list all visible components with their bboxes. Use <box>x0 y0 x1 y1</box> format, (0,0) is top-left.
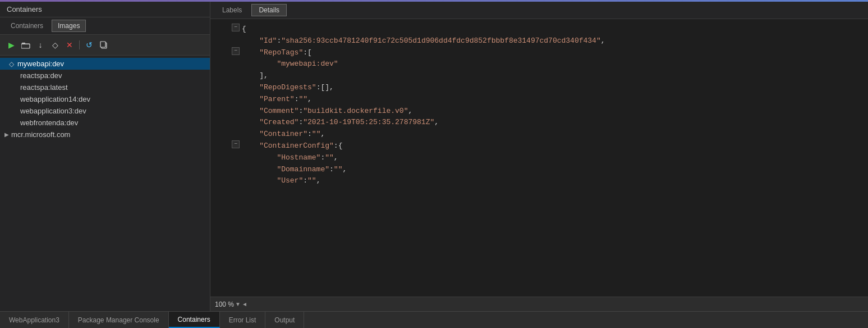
refresh-button[interactable]: ↺ <box>82 38 96 52</box>
json-content: − { "Id" : "sha256:93ccb4781240f91c72c50… <box>210 19 868 297</box>
svg-rect-3 <box>100 42 105 47</box>
zoom-level: 100 % <box>215 300 234 308</box>
bottom-tab-webapplication3[interactable]: WebApplication3 <box>0 312 69 328</box>
svg-rect-0 <box>22 43 25 44</box>
json-line-7: "Parent" : "" , <box>210 94 868 106</box>
collapse-btn-11[interactable]: − <box>232 140 240 148</box>
delete-button[interactable]: ✕ <box>63 38 76 52</box>
image-item-mywebapi-dev[interactable]: ◇ mywebapi:dev <box>0 58 210 70</box>
tab-labels[interactable]: Labels <box>215 4 249 16</box>
expandable-label: mcr.microsoft.com <box>11 130 70 139</box>
json-line-9: "Created" : "2021-10-19T05:25:35.2787981… <box>210 117 868 129</box>
zoom-dropdown-arrow[interactable]: ▼ <box>235 301 241 307</box>
panel-title: Containers <box>0 2 210 17</box>
left-panel: Containers Containers Images ▶ ↓ ◇ ✕ ↺ ◇… <box>0 2 210 311</box>
image-label: reactspa:latest <box>20 83 68 92</box>
copy-button[interactable] <box>97 38 111 52</box>
json-line-14: "User" : "" , <box>210 175 868 187</box>
expandable-mcr-microsoft[interactable]: ▶ mcr.microsoft.com <box>0 129 210 140</box>
json-line-3: − "RepoTags" : [ <box>210 47 868 59</box>
play-button[interactable]: ▶ <box>4 38 18 52</box>
image-label: webapplication3:dev <box>20 107 86 115</box>
collapse-btn-3[interactable]: − <box>232 47 240 55</box>
image-item-webapplication3-dev[interactable]: webapplication3:dev <box>0 105 210 117</box>
download-button[interactable]: ↓ <box>34 38 47 52</box>
image-label: mywebapi:dev <box>17 60 64 68</box>
bottom-tab-output[interactable]: Output <box>265 312 304 328</box>
json-line-6: "RepoDigests" : [] , <box>210 82 868 94</box>
json-line-8: "Comment" : "buildkit.dockerfile.v0" , <box>210 106 868 117</box>
json-line-13: "Domainname" : "" , <box>210 164 868 176</box>
image-label: webapplication14:dev <box>20 95 90 103</box>
image-item-reactspa-latest[interactable]: reactspa:latest <box>0 81 210 93</box>
json-line-11: − "ContainerConfig" : { <box>210 140 868 152</box>
image-list: ◇ mywebapi:dev reactspa:dev reactspa:lat… <box>0 56 210 311</box>
main-content: Containers Containers Images ▶ ↓ ◇ ✕ ↺ ◇… <box>0 2 868 311</box>
tab-containers[interactable]: Containers <box>4 20 49 32</box>
image-item-reactspa-dev[interactable]: reactspa:dev <box>0 70 210 81</box>
json-line-10: "Container" : "" , <box>210 129 868 140</box>
image-label: reactspa:dev <box>20 71 62 80</box>
json-line-2: "Id" : "sha256:93ccb4781240f91c72c505d1d… <box>210 35 868 47</box>
image-item-webapplication14-dev[interactable]: webapplication14:dev <box>0 93 210 105</box>
bottom-tab-containers[interactable]: Containers <box>169 312 220 328</box>
bottom-tab-error-list[interactable]: Error List <box>220 312 266 328</box>
svg-rect-1 <box>21 44 30 48</box>
tab-images[interactable]: Images <box>52 20 86 32</box>
scroll-left-btn[interactable]: ◄ <box>242 301 247 307</box>
status-bar: 100 % ▼ ◄ <box>210 297 868 311</box>
tab-details[interactable]: Details <box>251 4 287 16</box>
bottom-tab-package-manager[interactable]: Package Manager Console <box>69 312 169 328</box>
json-line-12: "Hostname" : "" , <box>210 152 868 164</box>
image-item-webfrontenda-dev[interactable]: webfrontenda:dev <box>0 117 210 129</box>
images-toolbar: ▶ ↓ ◇ ✕ ↺ <box>0 35 210 56</box>
toolbar-separator <box>79 40 80 49</box>
collapse-btn-1[interactable]: − <box>232 24 240 31</box>
open-button[interactable] <box>19 38 33 52</box>
tag-icon: ◇ <box>9 60 14 68</box>
zoom-control: 100 % ▼ ◄ <box>215 300 247 308</box>
json-line-4: "mywebapi:dev" <box>210 58 868 70</box>
bottom-tabs-bar: WebApplication3 Package Manager Console … <box>0 311 868 328</box>
right-panel: Labels Details − { "Id" : "sha256:93ccb4… <box>210 2 868 311</box>
json-line-5: ] , <box>210 70 868 82</box>
left-panel-tabs: Containers Images <box>0 17 210 35</box>
expand-arrow-icon: ▶ <box>4 131 9 138</box>
detail-tabs: Labels Details <box>210 2 868 19</box>
json-line-1: − { <box>210 24 868 35</box>
tag-button[interactable]: ◇ <box>48 38 62 52</box>
image-label: webfrontenda:dev <box>20 119 78 127</box>
